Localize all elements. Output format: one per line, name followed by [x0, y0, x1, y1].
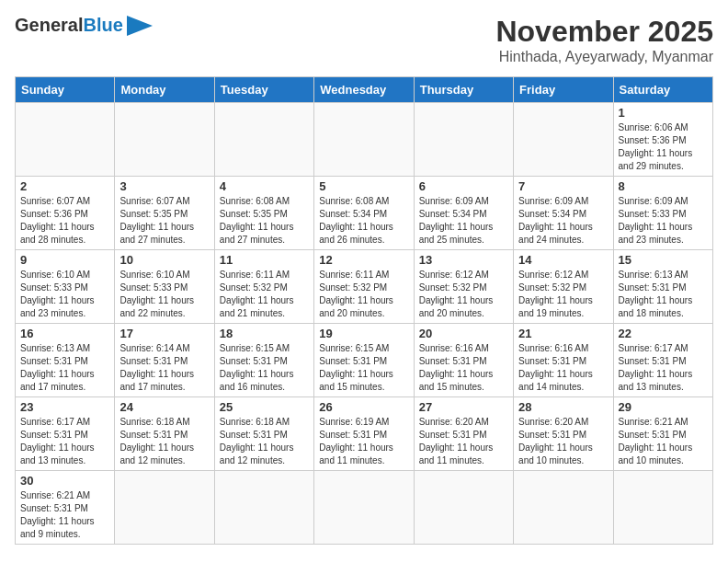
day-info: Sunrise: 6:10 AM Sunset: 5:33 PM Dayligh… [119, 269, 209, 320]
weekday-header-tuesday: Tuesday [214, 77, 313, 103]
week-row-2: 2Sunrise: 6:07 AM Sunset: 5:36 PM Daylig… [16, 177, 713, 250]
day-cell [314, 471, 414, 545]
day-cell: 6Sunrise: 6:09 AM Sunset: 5:34 PM Daylig… [414, 177, 513, 250]
day-number: 14 [518, 253, 608, 267]
day-info: Sunrise: 6:13 AM Sunset: 5:31 PM Dayligh… [20, 342, 109, 394]
day-number: 24 [119, 400, 209, 414]
day-info: Sunrise: 6:20 AM Sunset: 5:31 PM Dayligh… [518, 416, 608, 467]
day-info: Sunrise: 6:11 AM Sunset: 5:32 PM Dayligh… [319, 269, 408, 320]
day-number: 4 [220, 179, 309, 193]
day-number: 6 [419, 179, 508, 193]
day-cell [314, 103, 414, 177]
day-cell [414, 103, 513, 177]
day-info: Sunrise: 6:08 AM Sunset: 5:34 PM Dayligh… [319, 195, 408, 247]
page-header: GeneralBlue November 2025 Hinthada, Ayey… [15, 15, 713, 65]
day-number: 22 [619, 327, 708, 340]
day-cell [514, 471, 613, 545]
week-row-5: 23Sunrise: 6:17 AM Sunset: 5:31 PM Dayli… [16, 397, 713, 471]
day-cell: 13Sunrise: 6:12 AM Sunset: 5:32 PM Dayli… [414, 250, 513, 324]
day-info: Sunrise: 6:17 AM Sunset: 5:31 PM Dayligh… [20, 416, 109, 467]
day-info: Sunrise: 6:16 AM Sunset: 5:31 PM Dayligh… [518, 342, 608, 394]
week-row-4: 16Sunrise: 6:13 AM Sunset: 5:31 PM Dayli… [16, 324, 713, 397]
day-number: 7 [518, 179, 608, 193]
day-cell: 28Sunrise: 6:20 AM Sunset: 5:31 PM Dayli… [514, 397, 613, 471]
day-cell: 9Sunrise: 6:10 AM Sunset: 5:33 PM Daylig… [16, 250, 115, 324]
day-cell: 7Sunrise: 6:09 AM Sunset: 5:34 PM Daylig… [514, 177, 613, 250]
day-info: Sunrise: 6:18 AM Sunset: 5:31 PM Dayligh… [119, 416, 209, 467]
weekday-header-monday: Monday [115, 77, 214, 103]
day-cell: 18Sunrise: 6:15 AM Sunset: 5:31 PM Dayli… [214, 324, 313, 397]
day-number: 18 [220, 327, 309, 340]
day-cell [613, 471, 712, 545]
weekday-header-friday: Friday [514, 77, 613, 103]
day-cell: 27Sunrise: 6:20 AM Sunset: 5:31 PM Dayli… [414, 397, 513, 471]
day-info: Sunrise: 6:12 AM Sunset: 5:32 PM Dayligh… [518, 269, 608, 320]
day-info: Sunrise: 6:15 AM Sunset: 5:31 PM Dayligh… [220, 342, 309, 394]
week-row-1: 1Sunrise: 6:06 AM Sunset: 5:36 PM Daylig… [16, 103, 713, 177]
day-cell: 25Sunrise: 6:18 AM Sunset: 5:31 PM Dayli… [214, 397, 313, 471]
day-info: Sunrise: 6:14 AM Sunset: 5:31 PM Dayligh… [119, 342, 209, 394]
day-info: Sunrise: 6:21 AM Sunset: 5:31 PM Dayligh… [619, 416, 708, 467]
day-info: Sunrise: 6:09 AM Sunset: 5:33 PM Dayligh… [619, 195, 708, 247]
week-row-3: 9Sunrise: 6:10 AM Sunset: 5:33 PM Daylig… [16, 250, 713, 324]
day-info: Sunrise: 6:19 AM Sunset: 5:31 PM Dayligh… [319, 416, 408, 467]
day-number: 19 [319, 327, 408, 340]
weekday-header-wednesday: Wednesday [314, 77, 414, 103]
logo-icon [127, 16, 153, 36]
day-cell: 26Sunrise: 6:19 AM Sunset: 5:31 PM Dayli… [314, 397, 414, 471]
day-number: 27 [419, 400, 508, 414]
day-number: 9 [20, 253, 109, 267]
day-number: 12 [319, 253, 408, 267]
day-info: Sunrise: 6:10 AM Sunset: 5:33 PM Dayligh… [20, 269, 109, 320]
day-cell: 29Sunrise: 6:21 AM Sunset: 5:31 PM Dayli… [613, 397, 712, 471]
calendar-table: SundayMondayTuesdayWednesdayThursdayFrid… [15, 76, 713, 545]
day-number: 5 [319, 179, 408, 193]
day-number: 10 [119, 253, 209, 267]
day-info: Sunrise: 6:08 AM Sunset: 5:35 PM Dayligh… [220, 195, 309, 247]
day-info: Sunrise: 6:06 AM Sunset: 5:36 PM Dayligh… [619, 121, 708, 173]
day-cell: 16Sunrise: 6:13 AM Sunset: 5:31 PM Dayli… [16, 324, 115, 397]
day-number: 1 [619, 106, 708, 120]
day-number: 8 [619, 179, 708, 193]
day-cell [414, 471, 513, 545]
month-title: November 2025 [495, 15, 713, 49]
day-cell: 21Sunrise: 6:16 AM Sunset: 5:31 PM Dayli… [514, 324, 613, 397]
day-number: 21 [518, 327, 608, 340]
day-cell: 3Sunrise: 6:07 AM Sunset: 5:35 PM Daylig… [115, 177, 214, 250]
day-info: Sunrise: 6:09 AM Sunset: 5:34 PM Dayligh… [518, 195, 608, 247]
day-cell: 12Sunrise: 6:11 AM Sunset: 5:32 PM Dayli… [314, 250, 414, 324]
day-cell: 10Sunrise: 6:10 AM Sunset: 5:33 PM Dayli… [115, 250, 214, 324]
day-number: 2 [20, 179, 109, 193]
day-number: 23 [20, 400, 109, 414]
day-cell [115, 471, 214, 545]
day-info: Sunrise: 6:13 AM Sunset: 5:31 PM Dayligh… [619, 269, 708, 320]
weekday-header-saturday: Saturday [613, 77, 712, 103]
day-info: Sunrise: 6:11 AM Sunset: 5:32 PM Dayligh… [220, 269, 309, 320]
day-cell: 24Sunrise: 6:18 AM Sunset: 5:31 PM Dayli… [115, 397, 214, 471]
day-number: 25 [220, 400, 309, 414]
day-number: 28 [518, 400, 608, 414]
day-cell: 2Sunrise: 6:07 AM Sunset: 5:36 PM Daylig… [16, 177, 115, 250]
day-cell: 11Sunrise: 6:11 AM Sunset: 5:32 PM Dayli… [214, 250, 313, 324]
logo: GeneralBlue [15, 15, 153, 36]
weekday-header-row: SundayMondayTuesdayWednesdayThursdayFrid… [16, 77, 713, 103]
day-info: Sunrise: 6:17 AM Sunset: 5:31 PM Dayligh… [619, 342, 708, 394]
day-cell [514, 103, 613, 177]
day-number: 20 [419, 327, 508, 340]
day-cell: 14Sunrise: 6:12 AM Sunset: 5:32 PM Dayli… [514, 250, 613, 324]
day-number: 3 [119, 179, 209, 193]
day-info: Sunrise: 6:21 AM Sunset: 5:31 PM Dayligh… [20, 489, 109, 541]
day-info: Sunrise: 6:07 AM Sunset: 5:35 PM Dayligh… [119, 195, 209, 247]
weekday-header-sunday: Sunday [16, 77, 115, 103]
day-cell: 23Sunrise: 6:17 AM Sunset: 5:31 PM Dayli… [16, 397, 115, 471]
day-cell [214, 471, 313, 545]
title-block: November 2025 Hinthada, Ayeyarwady, Myan… [495, 15, 713, 65]
day-cell: 1Sunrise: 6:06 AM Sunset: 5:36 PM Daylig… [613, 103, 712, 177]
day-info: Sunrise: 6:15 AM Sunset: 5:31 PM Dayligh… [319, 342, 408, 394]
day-info: Sunrise: 6:09 AM Sunset: 5:34 PM Dayligh… [419, 195, 508, 247]
day-info: Sunrise: 6:20 AM Sunset: 5:31 PM Dayligh… [419, 416, 508, 467]
day-number: 29 [619, 400, 708, 414]
day-cell: 5Sunrise: 6:08 AM Sunset: 5:34 PM Daylig… [314, 177, 414, 250]
day-info: Sunrise: 6:16 AM Sunset: 5:31 PM Dayligh… [419, 342, 508, 394]
day-cell: 17Sunrise: 6:14 AM Sunset: 5:31 PM Dayli… [115, 324, 214, 397]
